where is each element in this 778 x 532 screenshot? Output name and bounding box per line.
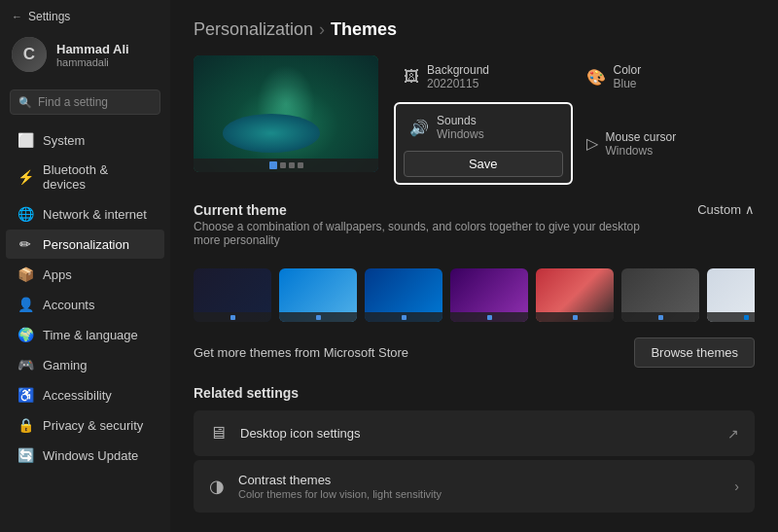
sidebar-item-bluetooth[interactable]: ⚡ Bluetooth & devices [6, 156, 164, 198]
sound-card-icon: 🔊 [409, 119, 429, 137]
settings-header[interactable]: ← Settings [0, 0, 170, 29]
theme-swatch-0[interactable] [194, 268, 271, 322]
apps-icon: 📦 [18, 266, 33, 282]
theme-swatch-3[interactable] [450, 268, 528, 322]
sidebar-item-update[interactable]: 🔄 Windows Update [6, 441, 164, 470]
desktop-icon-title: Desktop icon settings [240, 426, 361, 441]
avatar: C [12, 37, 47, 72]
mouse-card[interactable]: ▷ Mouse cursor Windows [577, 102, 756, 185]
mouse-card-value: Windows [606, 144, 677, 158]
mouse-card-text: Mouse cursor Windows [606, 130, 677, 158]
color-card[interactable]: 🎨 Color Blue [577, 55, 756, 98]
cave-scene [194, 55, 378, 172]
theme-swatch-5[interactable] [621, 268, 699, 322]
sidebar-item-accounts-label: Accounts [43, 298, 94, 312]
save-button[interactable]: Save [404, 151, 563, 177]
mouse-card-title: Mouse cursor [606, 130, 677, 144]
current-theme-sub: Choose a combination of wallpapers, soun… [194, 220, 660, 247]
sidebar-item-time[interactable]: 🌍 Time & language [6, 320, 164, 349]
contrast-arrow: › [734, 479, 739, 494]
background-card-value: 20220115 [427, 77, 489, 90]
sounds-save-group: 🔊 Sounds Windows Save [394, 102, 573, 185]
color-card-icon: 🎨 [586, 68, 606, 87]
user-info: Hammad Ali hammadali [56, 42, 129, 68]
sidebar-item-apps[interactable]: 📦 Apps [6, 260, 164, 289]
update-icon: 🔄 [18, 447, 33, 463]
sidebar-item-bluetooth-label: Bluetooth & devices [43, 162, 153, 192]
bluetooth-icon: ⚡ [18, 169, 33, 185]
mini-start-button [269, 161, 277, 169]
related-item-contrast[interactable]: ◑ Contrast themes Color themes for low v… [194, 460, 755, 513]
search-box[interactable]: 🔍 [10, 89, 160, 115]
color-card-text: Color Blue [614, 63, 642, 90]
desktop-icon-arrow: ↗ [727, 426, 739, 442]
cave-water [223, 114, 320, 153]
sidebar-item-system-label: System [43, 133, 85, 148]
contrast-icon: ◑ [209, 476, 225, 497]
sidebar-item-accounts[interactable]: 👤 Accounts [6, 290, 164, 319]
breadcrumb-current: Themes [331, 19, 397, 40]
avatar-initial: C [23, 45, 35, 64]
breadcrumb-parent[interactable]: Personalization [194, 19, 313, 40]
theme-preview-image [194, 55, 378, 172]
back-icon: ← [12, 11, 22, 22]
sidebar-item-time-label: Time & language [43, 328, 138, 342]
sidebar-item-gaming[interactable]: 🎮 Gaming [6, 350, 164, 379]
sidebar-item-privacy-label: Privacy & security [43, 418, 143, 433]
nav-list: ⬜ System ⚡ Bluetooth & devices 🌐 Network… [0, 123, 170, 532]
search-icon: 🔍 [18, 96, 32, 109]
chevron-up-icon: ∧ [745, 202, 755, 217]
current-theme-status[interactable]: Custom ∧ [697, 202, 755, 217]
privacy-icon: 🔒 [18, 417, 33, 433]
sidebar-item-accessibility-label: Accessibility [43, 388, 112, 403]
sounds-card[interactable]: 🔊 Sounds Windows [404, 110, 563, 145]
sidebar-item-network[interactable]: 🌐 Network & internet [6, 199, 164, 229]
personalization-icon: ✏ [18, 236, 33, 252]
background-card-title: Background [427, 63, 489, 77]
accounts-icon: 👤 [18, 297, 33, 312]
time-icon: 🌍 [18, 327, 33, 342]
accessibility-icon: ♿ [18, 387, 33, 403]
sidebar-item-network-label: Network & internet [43, 207, 147, 222]
sidebar: ← Settings C Hammad Ali hammadali 🔍 ⬜ Sy… [0, 0, 170, 532]
background-card-text: Background 20220115 [427, 63, 489, 90]
search-input[interactable] [38, 95, 152, 109]
color-card-value: Blue [614, 77, 642, 90]
theme-swatch-6[interactable] [707, 268, 755, 322]
sidebar-item-personalization[interactable]: ✏ Personalization [6, 230, 164, 259]
sidebar-item-privacy[interactable]: 🔒 Privacy & security [6, 410, 164, 440]
theme-swatch-2[interactable] [365, 268, 442, 322]
system-icon: ⬜ [18, 132, 33, 148]
store-text: Get more themes from Microsoft Store [194, 345, 408, 360]
theme-swatch-4[interactable] [536, 268, 614, 322]
breadcrumb-separator: › [319, 19, 325, 40]
desktop-icon-icon: 🖥 [209, 423, 227, 443]
gaming-icon: 🎮 [18, 357, 33, 372]
browse-themes-button[interactable]: Browse themes [634, 337, 755, 368]
sidebar-item-personalization-label: Personalization [43, 237, 129, 252]
store-row: Get more themes from Microsoft Store Bro… [194, 337, 755, 368]
desktop-icon-text: Desktop icon settings [240, 426, 361, 441]
app-title: Settings [28, 10, 70, 23]
network-icon: 🌐 [18, 206, 33, 222]
sidebar-item-gaming-label: Gaming [43, 358, 88, 372]
user-profile[interactable]: C Hammad Ali hammadali [0, 29, 170, 84]
breadcrumb: Personalization › Themes [194, 19, 755, 40]
sound-card-text: Sounds Windows [437, 114, 484, 141]
sidebar-item-apps-label: Apps [43, 267, 72, 282]
mini-icon-1 [280, 162, 286, 168]
theme-preview-area: 🖼 Background 20220115 🎨 Color Blue 🔊 [194, 55, 755, 185]
sidebar-item-update-label: Windows Update [43, 448, 138, 463]
background-card[interactable]: 🖼 Background 20220115 [394, 55, 573, 98]
related-item-desktop-icon[interactable]: 🖥 Desktop icon settings ↗ [194, 410, 755, 456]
current-theme-left: Current theme Choose a combination of wa… [194, 202, 660, 259]
background-card-icon: 🖼 [404, 68, 419, 86]
related-settings-label: Related settings [194, 385, 755, 401]
sidebar-item-accessibility[interactable]: ♿ Accessibility [6, 380, 164, 409]
sound-card-value: Windows [437, 127, 484, 141]
contrast-text: Contrast themes Color themes for low vis… [238, 473, 442, 500]
sidebar-item-system[interactable]: ⬜ System [6, 125, 164, 155]
mini-taskbar [194, 159, 378, 172]
current-theme-header: Current theme Choose a combination of wa… [194, 202, 755, 259]
theme-swatch-1[interactable] [279, 268, 357, 322]
